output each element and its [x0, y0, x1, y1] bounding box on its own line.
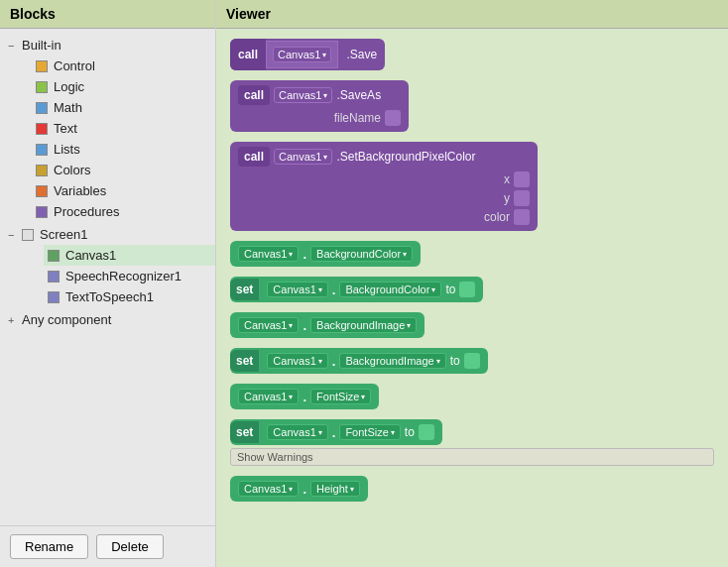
- saveas-canvas-dropdown[interactable]: Canvas1 ▾: [274, 87, 332, 103]
- block-prop-fontsize: Canvas1 ▾ . FontSize ▾: [230, 384, 714, 409]
- set-bgcolor-canvas-dropdown[interactable]: Canvas1 ▾: [267, 282, 327, 297]
- set-fontsize-label: set: [230, 421, 259, 443]
- built-in-section: − Built-in Control Logic Math T: [0, 35, 215, 222]
- any-expand-icon: +: [8, 314, 22, 326]
- set-fontsize-block[interactable]: set Canvas1 ▾ . FontSize ▾ to: [230, 419, 442, 445]
- set-bgcolor-prop-dropdown[interactable]: BackgroundColor ▾: [339, 282, 441, 297]
- call-setbgpx-block[interactable]: call Canvas1 ▾ .SetBackgroundPixelColor …: [230, 142, 538, 231]
- set-bgimage-canvas-dropdown[interactable]: Canvas1 ▾: [267, 353, 327, 369]
- param-x: x: [504, 171, 530, 187]
- set-label: set: [230, 279, 259, 300]
- left-footer: Rename Delete: [0, 525, 215, 567]
- control-color: [36, 60, 48, 72]
- prop-height-block[interactable]: Canvas1 ▾ . Height ▾: [230, 476, 368, 502]
- set-fontsize-canvas-dropdown[interactable]: Canvas1 ▾: [267, 424, 327, 440]
- built-in-toggle[interactable]: − Built-in: [0, 35, 215, 56]
- sidebar-item-math[interactable]: Math: [28, 97, 215, 118]
- block-call-save: call Canvas1 ▾ .Save: [230, 39, 714, 70]
- set-bgcolor-inner: Canvas1 ▾ . BackgroundColor ▾ to: [259, 278, 483, 301]
- set-bgimage-label: set: [230, 350, 259, 372]
- set-fontsize-inner: Canvas1 ▾ . FontSize ▾ to: [259, 420, 441, 444]
- prop-bgimage-block[interactable]: Canvas1 ▾ . BackgroundImage ▾: [230, 312, 425, 338]
- setbgpx-canvas-dropdown[interactable]: Canvas1 ▾: [274, 149, 332, 165]
- colors-color: [36, 165, 48, 176]
- sidebar-item-colors[interactable]: Colors: [28, 160, 215, 180]
- set-fontsize-prop-dropdown[interactable]: FontSize ▾: [339, 424, 400, 440]
- screen1-section: − Screen1 Canvas1 SpeechRecognizer1 Text…: [0, 224, 215, 307]
- built-in-children: Control Logic Math Text Lists: [0, 56, 215, 222]
- rename-button[interactable]: Rename: [10, 534, 88, 559]
- math-color: [36, 102, 48, 114]
- sidebar-item-text[interactable]: Text: [28, 118, 215, 139]
- call-save-block[interactable]: call Canvas1 ▾ .Save: [230, 39, 385, 70]
- setbgpx-dropdown-arrow: ▾: [323, 153, 327, 162]
- bgimage-prop-dropdown[interactable]: BackgroundImage ▾: [310, 317, 417, 333]
- tts1-icon: [48, 291, 60, 303]
- call-method-save: .Save: [338, 39, 385, 70]
- prop-fontsize-block[interactable]: Canvas1 ▾ . FontSize ▾: [230, 384, 379, 409]
- set-bgimage-prop-dropdown[interactable]: BackgroundImage ▾: [339, 353, 445, 369]
- y-socket: [514, 190, 530, 206]
- bgcolor-prop-dropdown[interactable]: BackgroundColor ▾: [310, 246, 413, 262]
- call-label: call: [230, 39, 266, 70]
- setbgpx-top: call Canvas1 ▾ .SetBackgroundPixelColor: [230, 142, 538, 171]
- blocks-tree: − Built-in Control Logic Math T: [0, 29, 215, 525]
- block-prop-bgcolor: Canvas1 ▾ . BackgroundColor ▾: [230, 241, 714, 267]
- block-call-saveas: call Canvas1 ▾ .SaveAs fileName: [230, 80, 714, 132]
- param-color: color: [484, 209, 530, 225]
- call-saveas-top: call Canvas1 ▾ .SaveAs: [230, 80, 409, 110]
- x-socket: [514, 171, 530, 187]
- fontsize-canvas-dropdown[interactable]: Canvas1 ▾: [238, 389, 299, 404]
- screen1-toggle[interactable]: − Screen1: [0, 224, 215, 245]
- call-component: Canvas1 ▾: [266, 41, 338, 68]
- height-canvas-dropdown[interactable]: Canvas1 ▾: [238, 481, 299, 497]
- screen1-collapse-icon: −: [8, 229, 22, 241]
- bgimage-canvas-dropdown[interactable]: Canvas1 ▾: [238, 317, 299, 333]
- sidebar-item-any-component[interactable]: + Any component: [0, 309, 215, 330]
- viewer-header: Viewer: [216, 0, 728, 29]
- blocks-header: Blocks: [0, 0, 215, 29]
- fontsize-prop-dropdown[interactable]: FontSize ▾: [310, 389, 371, 404]
- sidebar-item-texttospeech1[interactable]: TextToSpeech1: [44, 286, 215, 307]
- block-prop-height: Canvas1 ▾ . Height ▾: [230, 476, 714, 502]
- sidebar-item-speechrecognizer1[interactable]: SpeechRecognizer1: [44, 266, 215, 286]
- logic-color: [36, 81, 48, 93]
- sidebar-item-control[interactable]: Control: [28, 56, 215, 76]
- set-bgimage-inner: Canvas1 ▾ . BackgroundImage ▾ to: [259, 349, 487, 373]
- block-set-bgcolor: set Canvas1 ▾ . BackgroundColor ▾ to: [230, 277, 714, 302]
- procedures-color: [36, 206, 48, 218]
- set-bgcolor-socket: [459, 282, 475, 297]
- set-bgcolor-block[interactable]: set Canvas1 ▾ . BackgroundColor ▾ to: [230, 277, 483, 302]
- canvas1-icon: [48, 250, 60, 262]
- sidebar-item-procedures[interactable]: Procedures: [28, 201, 215, 222]
- block-prop-bgimage: Canvas1 ▾ . BackgroundImage ▾: [230, 312, 714, 338]
- left-panel: Blocks − Built-in Control Logic Math: [0, 0, 216, 567]
- saveas-params: fileName: [230, 110, 409, 132]
- saveas-method: .SaveAs: [336, 88, 381, 102]
- sidebar-item-logic[interactable]: Logic: [28, 76, 215, 97]
- lists-color: [36, 144, 48, 156]
- call-saveas-block[interactable]: call Canvas1 ▾ .SaveAs fileName: [230, 80, 409, 132]
- block-set-bgimage: set Canvas1 ▾ . BackgroundImage ▾ to: [230, 348, 714, 374]
- viewer-content: call Canvas1 ▾ .Save call Canvas1 ▾: [216, 29, 728, 567]
- filename-socket: [385, 110, 401, 126]
- height-prop-dropdown[interactable]: Height ▾: [310, 481, 360, 497]
- dropdown-arrow-icon: ▾: [322, 51, 326, 59]
- set-bgimage-socket: [464, 353, 480, 369]
- prop-bgcolor-block[interactable]: Canvas1 ▾ . BackgroundColor ▾: [230, 241, 421, 267]
- block-call-setbgpx: call Canvas1 ▾ .SetBackgroundPixelColor …: [230, 142, 714, 231]
- setbgpx-method: .SetBackgroundPixelColor: [336, 150, 475, 164]
- param-filename: fileName: [334, 110, 401, 126]
- bgcolor-canvas-dropdown[interactable]: Canvas1 ▾: [238, 246, 299, 262]
- set-bgimage-block[interactable]: set Canvas1 ▾ . BackgroundImage ▾ to: [230, 348, 488, 374]
- sidebar-item-lists[interactable]: Lists: [28, 139, 215, 160]
- color-socket: [514, 209, 530, 225]
- set-fontsize-group: set Canvas1 ▾ . FontSize ▾ to: [230, 419, 714, 466]
- delete-button[interactable]: Delete: [96, 534, 164, 559]
- show-warnings-button[interactable]: Show Warnings: [230, 448, 714, 466]
- sidebar-item-variables[interactable]: Variables: [28, 180, 215, 201]
- sidebar-item-canvas1[interactable]: Canvas1: [44, 245, 215, 266]
- variables-color: [36, 185, 48, 197]
- right-panel: Viewer call Canvas1 ▾ .Save call: [216, 0, 728, 567]
- canvas1-dropdown[interactable]: Canvas1 ▾: [273, 47, 331, 62]
